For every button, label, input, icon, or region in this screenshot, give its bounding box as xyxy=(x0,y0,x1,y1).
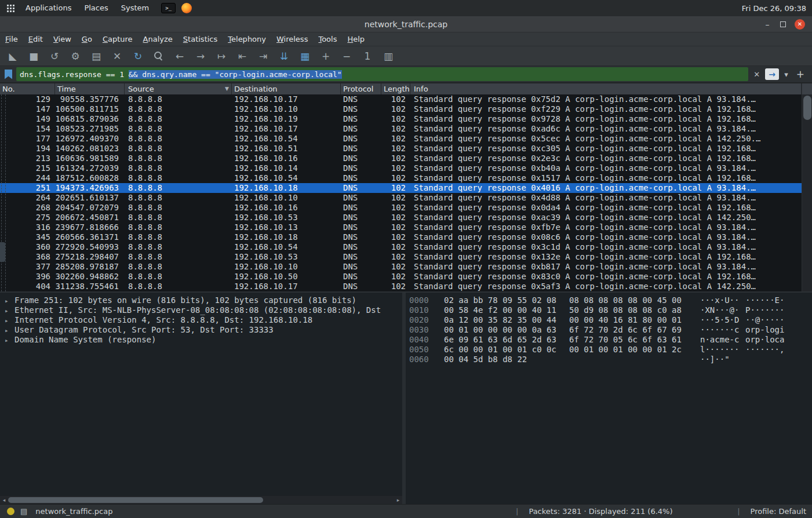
packet-row[interactable]: 154108523.2719858.8.8.8192.168.10.17DNS1… xyxy=(0,124,802,134)
packet-row[interactable]: 275206672.4508718.8.8.8192.168.10.53DNS1… xyxy=(0,213,802,222)
scrollbar-thumb[interactable] xyxy=(803,96,811,120)
menu-view[interactable]: View xyxy=(48,35,77,43)
filter-apply-icon[interactable]: → xyxy=(765,68,779,80)
hex-row[interactable]: 00406e 09 61 63 6d 65 2d 636f 72 70 05 6… xyxy=(409,335,812,345)
menu-capture[interactable]: Capture xyxy=(97,35,138,43)
menu-wireless[interactable]: Wireless xyxy=(271,35,313,43)
filter-dropdown-icon[interactable]: ▾ xyxy=(783,70,789,79)
menu-tools[interactable]: Tools xyxy=(313,35,342,43)
colorize-icon[interactable]: ▦ xyxy=(298,49,312,63)
detail-line[interactable]: ▸Internet Protocol Version 4, Src: 8.8.8… xyxy=(5,315,402,325)
terminal-launcher-icon[interactable]: >_ xyxy=(161,3,176,13)
go-back-icon[interactable]: ← xyxy=(173,49,187,63)
expander-icon[interactable]: ▸ xyxy=(5,316,14,325)
display-filter-input[interactable]: dns.flags.response == 1 && dns.qry.name … xyxy=(16,67,748,81)
packet-row[interactable]: 177126972.4093708.8.8.8192.168.10.54DNS1… xyxy=(0,134,802,144)
scrollbar-thumb[interactable] xyxy=(8,497,263,503)
go-last-icon[interactable]: ⇥ xyxy=(256,49,270,63)
packet-row[interactable]: 377285208.9781878.8.8.8192.168.10.10DNS1… xyxy=(0,262,802,272)
hex-row[interactable]: 00200a 12 00 35 82 35 00 4400 00 40 16 8… xyxy=(409,315,812,325)
open-file-icon[interactable]: ▤ xyxy=(89,49,103,63)
scroll-left-icon[interactable]: ◂ xyxy=(0,496,8,504)
packet-list-scrollbar[interactable] xyxy=(802,83,812,291)
column-header-info[interactable]: Info xyxy=(410,83,802,94)
packet-row[interactable]: 149106815.8790368.8.8.8192.168.10.19DNS1… xyxy=(0,114,802,124)
auto-scroll-icon[interactable]: ⇊ xyxy=(277,49,291,63)
clock[interactable]: Fri Dec 26, 09:38 xyxy=(742,4,806,13)
packet-row[interactable]: 396302260.9488628.8.8.8192.168.10.50DNS1… xyxy=(0,272,802,282)
applications-grid-icon[interactable] xyxy=(7,5,14,12)
window-titlebar[interactable]: network_traffic.pcap – ✕ xyxy=(0,16,812,32)
menu-file[interactable]: File xyxy=(0,35,23,43)
detail-line[interactable]: ▸Ethernet II, Src: MS-NLB-PhysServer-08_… xyxy=(5,305,402,315)
filter-clear-icon[interactable]: ✕ xyxy=(752,70,761,79)
detail-line[interactable]: ▸Domain Name System (response) xyxy=(5,335,402,345)
filter-bookmark-icon[interactable] xyxy=(5,70,12,79)
packet-row[interactable]: 268204547.0720798.8.8.8192.168.10.16DNS1… xyxy=(0,203,802,213)
packet-row[interactable]: 12990558.3577768.8.8.8192.168.10.17DNS10… xyxy=(0,94,802,104)
hex-row[interactable]: 006000 04 5d b8 d8 22··]··" xyxy=(409,355,812,364)
details-horizontal-scrollbar[interactable]: ◂ ▸ xyxy=(0,496,402,504)
go-first-icon[interactable]: ⇤ xyxy=(235,49,249,63)
menu-telephony[interactable]: Telephony xyxy=(223,35,271,43)
column-header-destination[interactable]: Destination xyxy=(232,83,341,94)
expander-icon[interactable]: ▸ xyxy=(5,296,14,305)
close-file-icon[interactable]: ✕ xyxy=(110,49,124,63)
find-packet-icon[interactable] xyxy=(152,49,166,63)
packet-row[interactable]: 345260566.3613718.8.8.8192.168.10.18DNS1… xyxy=(0,232,802,242)
column-header-length[interactable]: Length xyxy=(381,83,410,94)
capture-file-properties-icon[interactable]: ▤ xyxy=(20,507,27,516)
packet-row[interactable]: 215161324.2720398.8.8.8192.168.10.14DNS1… xyxy=(0,163,802,173)
capture-options-icon[interactable]: ⚙ xyxy=(68,49,82,63)
go-forward-icon[interactable]: → xyxy=(194,49,207,63)
menu-help[interactable]: Help xyxy=(342,35,370,43)
expander-icon[interactable]: ▸ xyxy=(5,335,14,345)
go-to-packet-icon[interactable]: ↦ xyxy=(214,49,228,63)
packet-row[interactable]: 368275218.2984078.8.8.8192.168.10.53DNS1… xyxy=(0,252,802,262)
expander-icon[interactable]: ▸ xyxy=(5,306,14,315)
reload-icon[interactable]: ↻ xyxy=(131,49,145,63)
menu-statistics[interactable]: Statistics xyxy=(178,35,223,43)
column-header-time[interactable]: Time xyxy=(55,83,125,94)
hex-row[interactable]: 000002 aa bb 78 09 55 02 0808 08 08 08 0… xyxy=(409,296,812,305)
hex-row[interactable]: 003000 01 00 00 00 00 0a 636f 72 70 2d 6… xyxy=(409,325,812,335)
maximize-button[interactable] xyxy=(780,21,786,27)
status-profile[interactable]: | Profile: Default xyxy=(737,507,806,516)
menu-go[interactable]: Go xyxy=(77,35,97,43)
menu-analyze[interactable]: Analyze xyxy=(138,35,178,43)
desktop-menu-places[interactable]: Places xyxy=(78,0,114,16)
packet-row[interactable]: 404311238.7554618.8.8.8192.168.10.17DNS1… xyxy=(0,282,802,291)
column-header-source[interactable]: Source▼ xyxy=(125,83,232,94)
packet-row[interactable]: 251194373.4269638.8.8.8192.168.10.18DNS1… xyxy=(0,183,802,193)
column-dropdown-icon[interactable]: ▼ xyxy=(225,83,229,94)
packet-row[interactable]: 264202651.6101378.8.8.8192.168.10.10DNS1… xyxy=(0,193,802,203)
column-header-no[interactable]: No. xyxy=(0,83,55,94)
packet-row[interactable]: 360272920.5409938.8.8.8192.168.10.54DNS1… xyxy=(0,242,802,252)
scroll-right-icon[interactable]: ▸ xyxy=(394,496,402,504)
desktop-menu-applications[interactable]: Applications xyxy=(19,0,78,16)
detail-line[interactable]: ▸Frame 251: 102 bytes on wire (816 bits)… xyxy=(5,296,402,305)
start-capture-icon[interactable]: ◣ xyxy=(6,49,20,63)
hex-row[interactable]: 001000 58 4e f2 00 00 40 1150 d9 08 08 0… xyxy=(409,305,812,315)
column-header-protocol[interactable]: Protocol xyxy=(341,83,381,94)
filter-add-button[interactable]: + xyxy=(793,68,807,80)
expert-info-icon[interactable] xyxy=(7,508,14,515)
profile-text[interactable]: Profile: Default xyxy=(751,507,806,516)
pane-splitter-grip[interactable] xyxy=(0,242,5,262)
firefox-launcher-icon[interactable] xyxy=(181,3,192,13)
minimize-button[interactable]: – xyxy=(763,20,771,29)
hex-row[interactable]: 00506c 00 00 01 00 01 c0 0c00 01 00 01 0… xyxy=(409,345,812,355)
close-button[interactable]: ✕ xyxy=(795,19,805,30)
zoom-in-icon[interactable]: + xyxy=(319,49,333,63)
packet-row[interactable]: 147106500.8117158.8.8.8192.168.10.10DNS1… xyxy=(0,104,802,114)
zoom-100-icon[interactable]: 1 xyxy=(361,49,374,63)
desktop-menu-system[interactable]: System xyxy=(115,0,155,16)
packet-row[interactable]: 194140262.0810238.8.8.8192.168.10.51DNS1… xyxy=(0,144,802,154)
packet-row[interactable]: 213160636.9815898.8.8.8192.168.10.16DNS1… xyxy=(0,154,802,163)
restart-capture-icon[interactable]: ↺ xyxy=(48,49,61,63)
expander-icon[interactable]: ▸ xyxy=(5,326,14,335)
detail-line[interactable]: ▸User Datagram Protocol, Src Port: 53, D… xyxy=(5,325,402,335)
zoom-out-icon[interactable]: − xyxy=(340,49,354,63)
packet-row[interactable]: 244187512.6008288.8.8.8192.168.10.54DNS1… xyxy=(0,173,802,183)
packet-row[interactable]: 316239677.8186668.8.8.8192.168.10.13DNS1… xyxy=(0,222,802,232)
